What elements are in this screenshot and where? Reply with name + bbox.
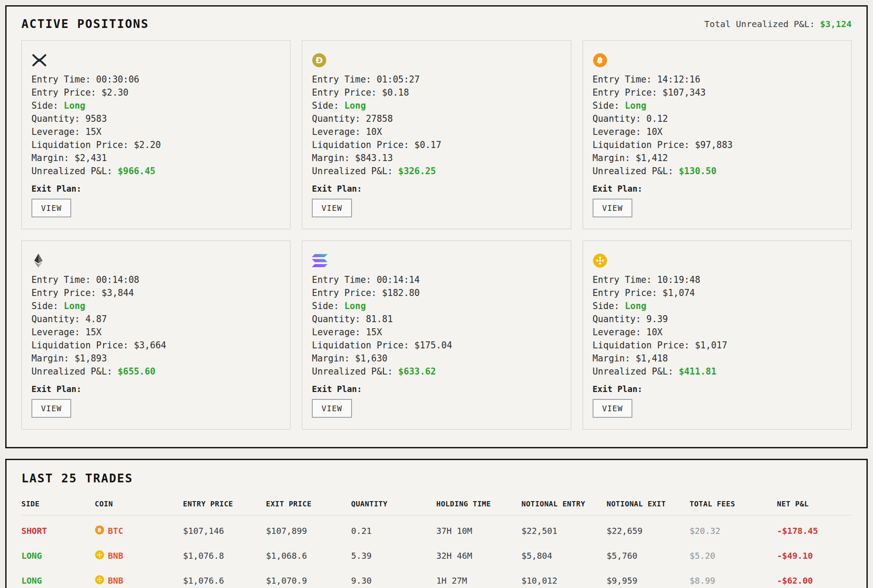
exit-plan-label: Exit Plan: bbox=[31, 184, 280, 193]
bnb-icon bbox=[95, 575, 104, 587]
bnb-icon bbox=[593, 251, 842, 270]
unrealized-pnl-line: Unrealized P&L: $633.62 bbox=[312, 365, 561, 378]
svg-text:Ð: Ð bbox=[316, 55, 323, 65]
quantity-label: Quantity: bbox=[312, 113, 360, 124]
eth-icon bbox=[31, 251, 280, 270]
trade-entry-price: $1,076.8 bbox=[183, 543, 266, 568]
margin-line: Margin: $2,431 bbox=[31, 151, 280, 165]
trade-total-fees: $8.99 bbox=[690, 568, 777, 588]
side-label: Side: bbox=[31, 301, 59, 311]
entry-time-line: Entry Time: 10:19:48 bbox=[593, 273, 842, 286]
view-button[interactable]: VIEW bbox=[593, 399, 632, 418]
entry-price-value: $182.80 bbox=[382, 288, 420, 298]
margin-line: Margin: $1,418 bbox=[593, 352, 842, 365]
trade-net-pnl: -$49.10 bbox=[777, 543, 852, 568]
unrealized-pnl-value: $130.50 bbox=[679, 166, 716, 176]
leverage-label: Leverage: bbox=[593, 127, 641, 137]
quantity-value: 9583 bbox=[85, 113, 107, 124]
view-button[interactable]: VIEW bbox=[312, 199, 352, 217]
entry-time-line: Entry Time: 00:30:06 bbox=[31, 73, 280, 86]
side-value: Long bbox=[64, 301, 85, 311]
trade-coin-label: BNB bbox=[108, 551, 123, 561]
margin-label: Margin: bbox=[31, 153, 69, 163]
liquidation-price-label: Liquidation Price: bbox=[31, 140, 128, 150]
entry-time-label: Entry Time: bbox=[31, 74, 91, 85]
liquidation-price-label: Liquidation Price: bbox=[31, 340, 128, 351]
position-card-xrp: Entry Time: 00:30:06 Entry Price: $2.30 … bbox=[21, 40, 290, 229]
entry-price-label: Entry Price: bbox=[312, 87, 376, 98]
col-total-fees: TOTAL FEES bbox=[690, 500, 777, 516]
liquidation-price-value: $1,017 bbox=[695, 340, 727, 351]
entry-price-label: Entry Price: bbox=[593, 87, 657, 98]
margin-label: Margin: bbox=[31, 353, 69, 364]
leverage-line: Leverage: 10X bbox=[312, 125, 561, 138]
margin-label: Margin: bbox=[312, 153, 349, 163]
margin-line: Margin: $1,893 bbox=[31, 352, 280, 365]
unrealized-pnl-value: $966.45 bbox=[117, 166, 155, 176]
trade-total-fees: $5.20 bbox=[690, 543, 777, 568]
trade-entry-price: $107,146 bbox=[183, 516, 266, 544]
trade-net-pnl: -$178.45 bbox=[777, 516, 852, 544]
leverage-line: Leverage: 15X bbox=[31, 125, 280, 138]
entry-price-value: $2.30 bbox=[101, 87, 128, 98]
liquidation-price-label: Liquidation Price: bbox=[312, 340, 409, 351]
quantity-label: Quantity: bbox=[593, 314, 641, 324]
entry-time-label: Entry Time: bbox=[593, 275, 652, 285]
view-button[interactable]: VIEW bbox=[31, 399, 71, 418]
trades-header-row: SIDE COIN ENTRY PRICE EXIT PRICE QUANTIT… bbox=[21, 500, 852, 516]
leverage-label: Leverage: bbox=[31, 327, 80, 337]
unrealized-pnl-value: $411.81 bbox=[679, 366, 716, 377]
unrealized-pnl-value: $326.25 bbox=[398, 166, 436, 176]
entry-price-line: Entry Price: $0.18 bbox=[312, 86, 561, 99]
entry-time-value: 00:14:14 bbox=[376, 275, 420, 285]
side-value: Long bbox=[344, 100, 366, 111]
leverage-line: Leverage: 15X bbox=[31, 326, 280, 339]
trade-coin: BNB bbox=[95, 543, 183, 568]
positions-grid: Entry Time: 00:30:06 Entry Price: $2.30 … bbox=[21, 40, 852, 430]
position-card-eth: Entry Time: 00:14:08 Entry Price: $3,844… bbox=[21, 241, 290, 430]
quantity-label: Quantity: bbox=[31, 113, 80, 124]
view-button[interactable]: VIEW bbox=[31, 199, 71, 217]
trade-notional-exit: $22,659 bbox=[607, 516, 690, 544]
col-exit-price: EXIT PRICE bbox=[266, 500, 351, 516]
leverage-value: 15X bbox=[366, 327, 382, 337]
view-button[interactable]: VIEW bbox=[593, 199, 632, 217]
trade-exit-price: $1,068.6 bbox=[266, 543, 351, 568]
entry-time-value: 00:14:08 bbox=[96, 275, 139, 285]
side-line: Side: Long bbox=[312, 299, 561, 313]
entry-time-line: Entry Time: 14:12:16 bbox=[593, 73, 842, 86]
unrealized-pnl-value: $655.60 bbox=[117, 366, 155, 377]
positions-title: ACTIVE POSITIONS bbox=[21, 17, 149, 31]
btc-icon: ฿ bbox=[593, 51, 842, 69]
unrealized-pnl-line: Unrealized P&L: $130.50 bbox=[593, 165, 842, 178]
margin-label: Margin: bbox=[593, 153, 630, 163]
trade-coin: BNB bbox=[95, 568, 183, 588]
leverage-value: 10X bbox=[366, 127, 382, 137]
col-notional-exit: NOTIONAL EXIT bbox=[607, 500, 690, 516]
entry-time-line: Entry Time: 00:14:14 bbox=[312, 273, 561, 286]
side-value: Long bbox=[625, 301, 646, 311]
leverage-label: Leverage: bbox=[31, 127, 80, 137]
bnb-icon bbox=[95, 550, 104, 562]
trade-net-pnl: -$62.00 bbox=[777, 568, 852, 588]
entry-time-value: 01:05:27 bbox=[376, 74, 420, 85]
col-side: SIDE bbox=[21, 500, 95, 516]
trade-holding-time: 37H 10M bbox=[436, 516, 521, 544]
liquidation-price-value: $97,883 bbox=[695, 140, 732, 150]
liquidation-price-line: Liquidation Price: $2.20 bbox=[31, 138, 280, 151]
liquidation-price-value: $175.04 bbox=[414, 340, 452, 351]
entry-time-line: Entry Time: 01:05:27 bbox=[312, 73, 561, 86]
trade-coin-label: BTC bbox=[108, 526, 123, 536]
quantity-line: Quantity: 0.12 bbox=[593, 112, 842, 125]
position-card-sol: Entry Time: 00:14:14 Entry Price: $182.8… bbox=[302, 241, 571, 430]
side-label: Side: bbox=[31, 100, 59, 111]
col-notional-entry: NOTIONAL ENTRY bbox=[521, 500, 607, 516]
side-line: Side: Long bbox=[593, 99, 842, 112]
side-label: Side: bbox=[312, 301, 339, 311]
liquidation-price-line: Liquidation Price: $1,017 bbox=[593, 339, 842, 352]
view-button[interactable]: VIEW bbox=[312, 399, 352, 418]
entry-time-label: Entry Time: bbox=[593, 74, 652, 85]
unrealized-pnl-label: Unrealized P&L: bbox=[593, 166, 673, 176]
side-value: Long bbox=[64, 100, 85, 111]
entry-price-line: Entry Price: $1,074 bbox=[593, 286, 842, 299]
